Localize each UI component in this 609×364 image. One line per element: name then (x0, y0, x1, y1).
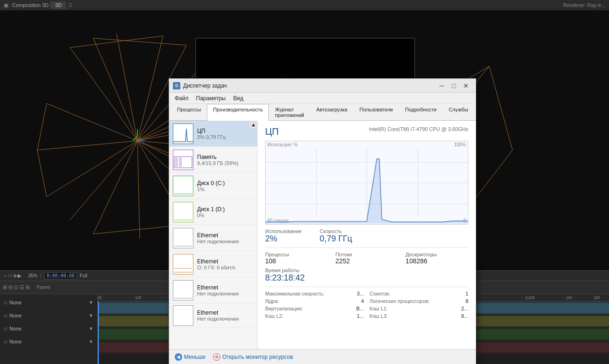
mem-list-name: Память (197, 154, 253, 160)
svg-rect-43 (179, 158, 182, 167)
ae-layer-row: ⊙ None ▼ (0, 309, 97, 322)
list-item-cpu[interactable]: ЦП 2% 0,79 ГГц (169, 121, 257, 147)
cpu-list-name: ЦП (197, 128, 253, 134)
tm-divider2 (265, 287, 468, 287)
eth3-list-sub: Нет подключения (197, 291, 253, 296)
tm-stat-desc: Дескрипторы 108286 (405, 252, 468, 265)
tm-maximize-button[interactable]: □ (448, 81, 460, 90)
tm-left-panel: ▲ ЦП 2% 0,79 ГГц (169, 121, 258, 349)
tm-info-row-1: Сокетов: 1 (370, 291, 468, 296)
list-item-eth1[interactable]: Ethernet Нет подключения (169, 225, 257, 251)
tm-info-row-6: Кэш L2: 1... (265, 313, 364, 319)
tm-graph-label-pct: 100% (454, 142, 466, 147)
disk1-list-sub: 0% (197, 213, 253, 218)
list-item-eth4[interactable]: Ethernet Нет подключения (169, 303, 257, 328)
tm-tabs: Процессы Производительность Журнал прило… (169, 104, 476, 121)
tab-users[interactable]: Пользователи (353, 104, 399, 121)
tm-title-icon: ⚙ (173, 82, 180, 89)
tm-info-row-4: Виртуализация: В... (265, 306, 364, 311)
tab-details[interactable]: Подробности (399, 104, 443, 121)
svg-rect-46 (173, 202, 193, 222)
list-item-eth2[interactable]: Ethernet О: 0 Гб: 0 кбит/с (169, 251, 257, 277)
tm-graph-svg (266, 149, 468, 224)
tab-processes[interactable]: Процессы (171, 104, 207, 121)
tm-bottom-bar: ◀ Меньше ⊗ Открыть монитор ресурсов (169, 349, 476, 364)
tm-info-row-2: Ядра: 4 (265, 298, 364, 304)
svg-rect-55 (173, 306, 193, 325)
svg-rect-50 (173, 254, 193, 274)
cpu-list-info: ЦП 2% 0,79 ГГц (197, 128, 253, 140)
tm-menu-file[interactable]: Файл (171, 94, 192, 103)
mem-list-sub: 9,4/15,9 ГБ (59%) (197, 160, 253, 166)
tm-monitor-button[interactable]: ⊗ Открыть монитор ресурсов (213, 353, 293, 361)
eth4-list-info: Ethernet Нет подключения (197, 309, 253, 322)
eth1-list-name: Ethernet (197, 232, 253, 239)
tm-stats-row2: Процессы 108 Потоки 2252 Дескрипторы 108… (265, 252, 468, 265)
tm-threads-label: Потоки (335, 252, 398, 257)
tm-less-icon: ◀ (175, 353, 182, 361)
tm-uptime-section: Время работы 8:23:18:42 (265, 268, 468, 283)
tm-info-grid: Максимальная скорость: 3... Сокетов: 1 Я… (265, 291, 468, 319)
tm-info-row-5: Кэш L1: 2... (370, 306, 468, 311)
tm-detail-subtitle: Intel(R) Core(TM) i7-4790 CPU @ 3.60GHz (369, 126, 468, 132)
eth3-list-name: Ethernet (197, 284, 253, 291)
tm-title-text: Диспетчер задач (183, 82, 436, 89)
eth2-list-name: Ethernet (197, 258, 253, 265)
ae-tool-icons: ↔ □ ⊕ ▶ (3, 273, 21, 278)
list-item-eth3[interactable]: Ethernet Нет подключения (169, 277, 257, 303)
tm-cpu-graph: Использует % 100% 60 секунд 0 (265, 141, 468, 225)
tm-speed-value: 0,79 ГГц (320, 234, 367, 244)
tm-close-button[interactable]: ✕ (460, 81, 472, 90)
eth2-list-sub: О: 0 Гб: 0 кбит/с (197, 265, 253, 270)
tm-stat-speed: Скорость 0,79 ГГц (320, 228, 367, 244)
tm-less-button[interactable]: ◀ Меньше (175, 353, 205, 361)
disk1-list-name: Диск 1 (D:) (197, 206, 253, 213)
tm-desc-label: Дескрипторы (405, 252, 468, 257)
list-item-disk1[interactable]: Диск 1 (D:) 0% (169, 199, 257, 225)
tab-performance[interactable]: Производительность (207, 104, 269, 121)
eth1-list-sub: Нет подключения (197, 239, 253, 244)
tm-desc-value: 108286 (405, 257, 468, 265)
tm-speed-label: Скорость (320, 228, 367, 234)
tm-graph-label-usage: Использует % (267, 142, 298, 147)
ae-3d-tab[interactable]: 3D (50, 1, 66, 9)
ae-parent-label: Parent (36, 285, 50, 290)
tm-divider1 (265, 247, 468, 248)
tm-info-row-0: Максимальная скорость: 3... (265, 291, 364, 296)
list-item-memory[interactable]: Память 9,4/15,9 ГБ (59%) (169, 147, 257, 173)
tm-menu-view[interactable]: Вид (229, 94, 247, 103)
svg-rect-44 (173, 176, 193, 196)
tm-menu-params[interactable]: Параметры (192, 94, 230, 103)
svg-rect-42 (175, 158, 178, 167)
tm-less-label: Меньше (184, 354, 205, 360)
cpu-list-sub: 2% 0,79 ГГц (197, 134, 253, 140)
tm-stats-row1: Использование 2% Скорость 0,79 ГГц (265, 228, 468, 244)
list-item-disk0[interactable]: Диск 0 (C:) 1% (169, 173, 257, 199)
disk0-list-sub: 1% (197, 186, 253, 192)
tm-menubar: Файл Параметры Вид (169, 93, 476, 104)
tm-procs-label: Процессы (265, 252, 328, 257)
ae-layer-row: ⊙ None ▼ (0, 296, 97, 309)
tm-stat-usage: Использование 2% (265, 228, 312, 244)
ae-timecode[interactable]: 0;00;00;08 (44, 272, 77, 279)
tab-services[interactable]: Службы (443, 104, 474, 121)
ae-quality: Full (80, 273, 87, 278)
ae-app-icon: ▣ (4, 2, 8, 8)
ae-layer-row: ⊙ None ▼ (0, 322, 97, 335)
task-manager-window: ⚙ Диспетчер задач ─ □ ✕ Файл Параметры В… (169, 78, 476, 364)
ae-top-bar: ▣ Composition 3D 3D ☰ Renderer: Ray-tr..… (0, 0, 609, 10)
svg-rect-53 (173, 281, 193, 300)
tm-stat-procs: Процессы 108 (265, 252, 328, 265)
tm-usage-label: Использование (265, 228, 312, 234)
ae-timeline-controls: ⊞ ⊟ ⊡ ☰ ⊞ (3, 284, 30, 290)
svg-marker-56 (266, 159, 468, 224)
tm-scroll-up[interactable]: ▲ (250, 121, 257, 128)
ae-composition-label: Composition 3D (12, 2, 48, 8)
ae-renderer: Renderer: Ray-tr... (563, 2, 605, 8)
tm-minimize-button[interactable]: ─ (436, 81, 448, 90)
tm-uptime-value: 8:23:18:42 (265, 273, 468, 283)
tab-app-log[interactable]: Журнал приложений (269, 104, 310, 121)
tm-monitor-label: Открыть монитор ресурсов (222, 354, 293, 360)
tab-autostart[interactable]: Автозагрузка (310, 104, 354, 121)
svg-rect-48 (173, 228, 193, 248)
